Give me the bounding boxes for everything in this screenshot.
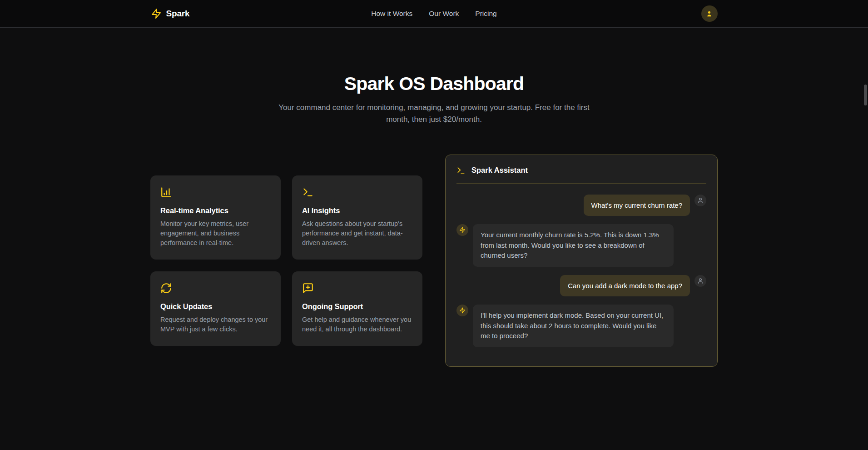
message-bubble-assistant: I'll help you implement dark mode. Based… [473, 305, 674, 347]
nav-link-our-work[interactable]: Our Work [429, 10, 459, 18]
zap-icon [459, 307, 466, 314]
nav-link-how-it-works[interactable]: How it Works [371, 10, 412, 18]
vertical-scrollbar-thumb[interactable] [864, 85, 867, 105]
message-bubble-user: Can you add a dark mode to the app? [560, 275, 690, 297]
user-avatar [694, 275, 706, 287]
chat-message-user: What's my current churn rate? [456, 195, 706, 216]
hero-section: Spark OS Dashboard Your command center f… [0, 28, 868, 125]
message-square-plus-icon [302, 282, 412, 294]
chat-message-assistant: Your current monthly churn rate is 5.2%.… [456, 224, 706, 267]
page-subtitle: Your command center for monitoring, mana… [278, 102, 591, 125]
chat-message-user: Can you add a dark mode to the app? [456, 275, 706, 297]
feature-card-realtime-analytics: Real-time Analytics Monitor your key met… [150, 175, 281, 260]
page-title: Spark OS Dashboard [0, 73, 868, 95]
user-icon [697, 197, 704, 204]
feature-card-ongoing-support: Ongoing Support Get help and guidance wh… [292, 271, 422, 346]
nav-bar: Spark How it Works Our Work Pricing [0, 0, 868, 28]
feature-description: Monitor your key metrics, user engagemen… [160, 219, 271, 248]
user-icon [697, 278, 704, 284]
chat-message-assistant: I'll help you implement dark mode. Based… [456, 305, 706, 347]
feature-description: Ask questions about your startup's perfo… [302, 219, 412, 248]
feature-card-quick-updates: Quick Updates Request and deploy changes… [150, 271, 281, 346]
nav-link-pricing[interactable]: Pricing [475, 10, 496, 18]
zap-icon [151, 8, 162, 19]
user-avatar [694, 195, 706, 206]
assistant-avatar [456, 305, 468, 316]
feature-description: Request and deploy changes to your MVP w… [160, 315, 271, 334]
nav-links: How it Works Our Work Pricing [371, 10, 496, 18]
avatar-button[interactable] [701, 5, 718, 22]
terminal-icon [456, 166, 466, 175]
feature-title: AI Insights [302, 206, 412, 215]
brand-logo[interactable]: Spark [151, 8, 190, 19]
feature-title: Real-time Analytics [160, 206, 271, 215]
feature-card-ai-insights: AI Insights Ask questions about your sta… [292, 175, 422, 260]
feature-description: Get help and guidance whenever you need … [302, 315, 412, 334]
features-grid: Real-time Analytics Monitor your key met… [150, 175, 422, 346]
terminal-icon [302, 186, 412, 198]
feature-title: Ongoing Support [302, 302, 412, 311]
message-bubble-user: What's my current churn rate? [584, 195, 690, 216]
zap-icon [459, 227, 466, 233]
feature-title: Quick Updates [160, 302, 271, 311]
assistant-title: Spark Assistant [471, 166, 528, 175]
chat-messages: What's my current churn rate? Your curre… [446, 184, 717, 366]
brand-name: Spark [166, 9, 190, 19]
assistant-header: Spark Assistant [446, 155, 717, 183]
message-bubble-assistant: Your current monthly churn rate is 5.2%.… [473, 224, 674, 267]
bar-chart-icon [160, 186, 271, 198]
spark-assistant-panel: Spark Assistant What's my current churn … [445, 155, 718, 367]
assistant-avatar [456, 224, 468, 236]
refresh-icon [160, 282, 271, 294]
user-icon [705, 10, 713, 18]
